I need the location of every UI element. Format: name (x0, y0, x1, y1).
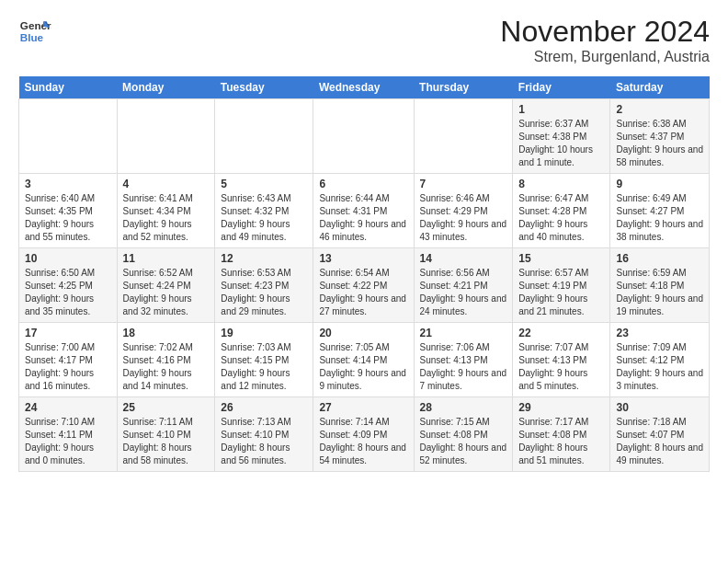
col-header-friday: Friday (513, 76, 610, 99)
col-header-wednesday: Wednesday (313, 76, 414, 99)
day-info: Sunrise: 6:44 AM Sunset: 4:31 PM Dayligh… (319, 192, 407, 244)
day-number: 20 (319, 327, 407, 339)
day-cell: 12Sunrise: 6:53 AM Sunset: 4:23 PM Dayli… (215, 248, 313, 323)
day-info: Sunrise: 7:15 AM Sunset: 4:08 PM Dayligh… (420, 416, 507, 467)
day-number: 6 (319, 178, 407, 190)
day-cell: 20Sunrise: 7:05 AM Sunset: 4:14 PM Dayli… (313, 323, 414, 397)
day-cell: 5Sunrise: 6:43 AM Sunset: 4:32 PM Daylig… (215, 174, 313, 248)
day-number: 16 (616, 252, 703, 265)
day-info: Sunrise: 6:50 AM Sunset: 4:25 PM Dayligh… (25, 267, 111, 318)
day-number: 5 (221, 178, 307, 190)
day-cell: 23Sunrise: 7:09 AM Sunset: 4:12 PM Dayli… (610, 323, 710, 397)
day-cell: 15Sunrise: 6:57 AM Sunset: 4:19 PM Dayli… (513, 248, 610, 323)
day-cell: 26Sunrise: 7:13 AM Sunset: 4:10 PM Dayli… (215, 397, 313, 472)
day-number: 4 (123, 178, 210, 190)
day-cell (19, 99, 118, 174)
day-info: Sunrise: 6:43 AM Sunset: 4:32 PM Dayligh… (221, 192, 307, 244)
day-info: Sunrise: 6:56 AM Sunset: 4:21 PM Dayligh… (420, 267, 507, 318)
day-info: Sunrise: 7:13 AM Sunset: 4:10 PM Dayligh… (221, 416, 307, 467)
day-number: 11 (123, 252, 210, 265)
day-cell (313, 99, 414, 174)
day-info: Sunrise: 7:06 AM Sunset: 4:13 PM Dayligh… (420, 341, 507, 393)
day-number: 7 (420, 178, 507, 190)
day-cell: 7Sunrise: 6:46 AM Sunset: 4:29 PM Daylig… (414, 174, 513, 248)
day-info: Sunrise: 7:00 AM Sunset: 4:17 PM Dayligh… (25, 341, 111, 393)
day-info: Sunrise: 7:05 AM Sunset: 4:14 PM Dayligh… (319, 341, 407, 393)
day-info: Sunrise: 7:17 AM Sunset: 4:08 PM Dayligh… (518, 416, 604, 467)
day-cell: 18Sunrise: 7:02 AM Sunset: 4:16 PM Dayli… (117, 323, 215, 397)
week-row-4: 17Sunrise: 7:00 AM Sunset: 4:17 PM Dayli… (19, 323, 710, 397)
day-number: 24 (25, 401, 111, 414)
day-number: 25 (123, 401, 210, 414)
day-cell: 27Sunrise: 7:14 AM Sunset: 4:09 PM Dayli… (313, 397, 414, 472)
col-header-sunday: Sunday (19, 76, 118, 99)
day-info: Sunrise: 6:57 AM Sunset: 4:19 PM Dayligh… (518, 267, 604, 318)
day-info: Sunrise: 6:52 AM Sunset: 4:24 PM Dayligh… (123, 267, 210, 318)
day-cell: 24Sunrise: 7:10 AM Sunset: 4:11 PM Dayli… (19, 397, 118, 472)
day-cell: 8Sunrise: 6:47 AM Sunset: 4:28 PM Daylig… (513, 174, 610, 248)
day-number: 15 (518, 252, 604, 265)
col-header-saturday: Saturday (610, 76, 710, 99)
day-cell (215, 99, 313, 174)
day-number: 18 (123, 327, 210, 339)
day-cell: 4Sunrise: 6:41 AM Sunset: 4:34 PM Daylig… (117, 174, 215, 248)
day-number: 13 (319, 252, 407, 265)
day-info: Sunrise: 6:53 AM Sunset: 4:23 PM Dayligh… (221, 267, 307, 318)
day-number: 23 (616, 327, 703, 339)
day-info: Sunrise: 7:07 AM Sunset: 4:13 PM Dayligh… (518, 341, 604, 393)
day-info: Sunrise: 7:11 AM Sunset: 4:10 PM Dayligh… (123, 416, 210, 467)
day-cell: 22Sunrise: 7:07 AM Sunset: 4:13 PM Dayli… (513, 323, 610, 397)
week-row-2: 3Sunrise: 6:40 AM Sunset: 4:35 PM Daylig… (19, 174, 710, 248)
day-number: 1 (518, 103, 604, 116)
day-info: Sunrise: 6:38 AM Sunset: 4:37 PM Dayligh… (616, 118, 703, 169)
day-cell: 16Sunrise: 6:59 AM Sunset: 4:18 PM Dayli… (610, 248, 710, 323)
day-number: 17 (25, 327, 111, 339)
week-row-5: 24Sunrise: 7:10 AM Sunset: 4:11 PM Dayli… (19, 397, 710, 472)
day-info: Sunrise: 7:03 AM Sunset: 4:15 PM Dayligh… (221, 341, 307, 393)
day-info: Sunrise: 6:49 AM Sunset: 4:27 PM Dayligh… (616, 192, 703, 244)
header: General Blue November 2024 Strem, Burgen… (18, 15, 710, 65)
header-row: SundayMondayTuesdayWednesdayThursdayFrid… (19, 76, 710, 99)
day-cell: 25Sunrise: 7:11 AM Sunset: 4:10 PM Dayli… (117, 397, 215, 472)
day-info: Sunrise: 6:54 AM Sunset: 4:22 PM Dayligh… (319, 267, 407, 318)
day-cell: 9Sunrise: 6:49 AM Sunset: 4:27 PM Daylig… (610, 174, 710, 248)
day-cell: 14Sunrise: 6:56 AM Sunset: 4:21 PM Dayli… (414, 248, 513, 323)
day-info: Sunrise: 6:37 AM Sunset: 4:38 PM Dayligh… (518, 118, 604, 169)
day-number: 10 (25, 252, 111, 265)
col-header-thursday: Thursday (414, 76, 513, 99)
day-number: 8 (518, 178, 604, 190)
day-number: 3 (25, 178, 111, 190)
day-number: 30 (616, 401, 703, 414)
day-cell: 17Sunrise: 7:00 AM Sunset: 4:17 PM Dayli… (19, 323, 118, 397)
day-cell: 10Sunrise: 6:50 AM Sunset: 4:25 PM Dayli… (19, 248, 118, 323)
day-cell: 11Sunrise: 6:52 AM Sunset: 4:24 PM Dayli… (117, 248, 215, 323)
day-number: 26 (221, 401, 307, 414)
day-cell: 2Sunrise: 6:38 AM Sunset: 4:37 PM Daylig… (610, 99, 710, 174)
day-info: Sunrise: 6:40 AM Sunset: 4:35 PM Dayligh… (25, 192, 111, 244)
day-info: Sunrise: 7:09 AM Sunset: 4:12 PM Dayligh… (616, 341, 703, 393)
page: General Blue November 2024 Strem, Burgen… (0, 0, 728, 481)
day-info: Sunrise: 7:18 AM Sunset: 4:07 PM Dayligh… (616, 416, 703, 467)
day-info: Sunrise: 7:10 AM Sunset: 4:11 PM Dayligh… (25, 416, 111, 467)
day-info: Sunrise: 6:41 AM Sunset: 4:34 PM Dayligh… (123, 192, 210, 244)
day-cell: 6Sunrise: 6:44 AM Sunset: 4:31 PM Daylig… (313, 174, 414, 248)
svg-text:Blue: Blue (20, 31, 44, 43)
day-number: 28 (420, 401, 507, 414)
day-cell: 28Sunrise: 7:15 AM Sunset: 4:08 PM Dayli… (414, 397, 513, 472)
day-cell: 29Sunrise: 7:17 AM Sunset: 4:08 PM Dayli… (513, 397, 610, 472)
day-cell: 1Sunrise: 6:37 AM Sunset: 4:38 PM Daylig… (513, 99, 610, 174)
day-cell: 30Sunrise: 7:18 AM Sunset: 4:07 PM Dayli… (610, 397, 710, 472)
day-cell (117, 99, 215, 174)
day-cell (414, 99, 513, 174)
title-block: November 2024 Strem, Burgenland, Austria (500, 15, 710, 65)
day-info: Sunrise: 7:02 AM Sunset: 4:16 PM Dayligh… (123, 341, 210, 393)
logo: General Blue (18, 15, 51, 48)
day-info: Sunrise: 6:46 AM Sunset: 4:29 PM Dayligh… (420, 192, 507, 244)
day-cell: 3Sunrise: 6:40 AM Sunset: 4:35 PM Daylig… (19, 174, 118, 248)
day-number: 27 (319, 401, 407, 414)
main-title: November 2024 (500, 15, 710, 49)
day-number: 14 (420, 252, 507, 265)
logo-icon: General Blue (18, 15, 51, 48)
day-number: 22 (518, 327, 604, 339)
day-number: 21 (420, 327, 507, 339)
